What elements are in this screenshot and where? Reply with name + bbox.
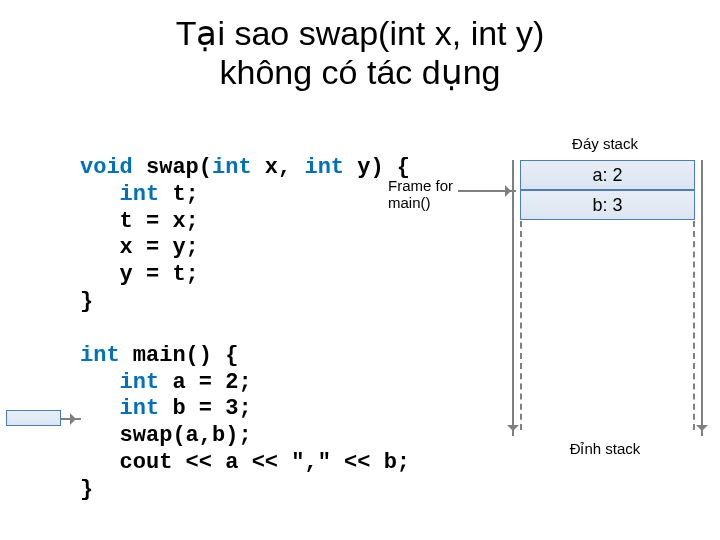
code-text <box>80 370 120 395</box>
stack-cell-a: a: 2 <box>520 160 695 190</box>
code-text: main() { <box>120 343 239 368</box>
frame-label-line1: Frame for <box>388 177 453 194</box>
code-text: swap(a,b); <box>80 423 252 448</box>
code-text <box>80 396 120 421</box>
title-line-1: Tại sao swap(int x, int y) <box>176 14 545 52</box>
frame-label-line2: main() <box>388 194 431 211</box>
code-text: cout << a << "," << b; <box>80 450 410 475</box>
stack-bottom-label: Đỉnh stack <box>535 440 675 458</box>
kw-int: int <box>304 155 344 180</box>
code-text: y = t; <box>80 262 199 287</box>
code-text: b = 3; <box>159 396 251 421</box>
kw-int: int <box>120 396 160 421</box>
code-text: a = 2; <box>159 370 251 395</box>
arrow-frame-to-stack <box>458 190 516 192</box>
slide-title: Tại sao swap(int x, int y) không có tác … <box>0 14 720 92</box>
stack-cell-b: b: 3 <box>520 190 695 220</box>
code-text: swap( <box>133 155 212 180</box>
code-text: } <box>80 289 93 314</box>
code-text: t = x; <box>80 209 199 234</box>
kw-int: int <box>80 343 120 368</box>
frame-label: Frame for main() <box>388 178 453 211</box>
stack-top-label: Đáy stack <box>535 135 675 152</box>
current-line-marker-arrow <box>61 418 81 420</box>
code-text: } <box>80 477 93 502</box>
code-text: x = y; <box>80 235 199 260</box>
code-text <box>80 182 120 207</box>
current-line-marker <box>6 410 61 426</box>
title-line-2: không có tác dụng <box>220 53 501 91</box>
stack-arrow-left <box>512 160 514 436</box>
code-text: x, <box>252 155 305 180</box>
kw-int: int <box>212 155 252 180</box>
stack-arrow-right <box>701 160 703 436</box>
kw-void: void <box>80 155 133 180</box>
code-block: void swap(int x, int y) { int t; t = x; … <box>80 155 410 504</box>
kw-int: int <box>120 370 160 395</box>
code-text: t; <box>159 182 199 207</box>
kw-int: int <box>120 182 160 207</box>
